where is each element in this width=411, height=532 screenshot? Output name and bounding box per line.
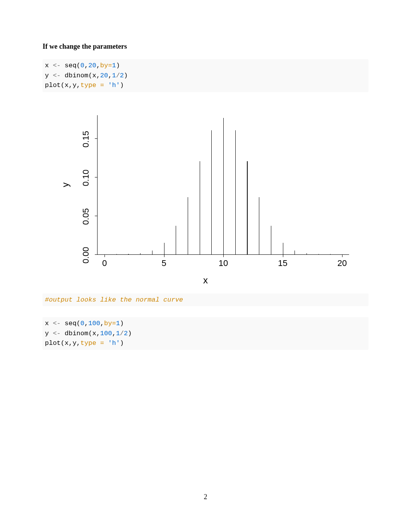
code-text: ,	[84, 320, 88, 327]
chart-bar	[271, 226, 271, 254]
x-tick-label: 15	[278, 258, 287, 268]
code-text: seq(	[61, 62, 80, 69]
x-tick-label: 20	[337, 258, 347, 268]
x-tick-label: 10	[219, 258, 228, 268]
code-text: seq(	[61, 320, 80, 327]
code-number: 1	[112, 62, 116, 69]
y-tick-label: 0.00	[81, 244, 91, 267]
code-text: )	[120, 339, 124, 347]
y-tick	[95, 254, 98, 255]
code-text: )	[124, 72, 128, 79]
code-operator: <-	[53, 320, 60, 327]
code-comment-block: #output looks like the normal curve	[43, 293, 368, 307]
section-heading: If we change the parameters	[43, 43, 368, 51]
code-number: 2	[124, 330, 128, 337]
code-number: 100	[88, 320, 100, 327]
code-text: ,	[108, 72, 112, 79]
code-string: 'h'	[108, 82, 120, 89]
code-text: ,	[96, 62, 100, 69]
code-number: 2	[120, 72, 124, 79]
code-operator: /	[116, 72, 120, 79]
code-text	[104, 339, 108, 347]
code-number: 20	[88, 62, 96, 69]
page-number: 2	[0, 493, 411, 501]
chart-bar	[152, 251, 152, 254]
code-number: 1	[112, 72, 116, 79]
x-tick-label: 0	[102, 258, 107, 268]
y-tick	[95, 138, 98, 139]
code-text: dbinom(x,	[61, 330, 100, 337]
code-text: x	[45, 62, 53, 69]
chart-bar	[235, 130, 236, 254]
code-argname: by=	[104, 320, 116, 327]
plot-area: 0.000.050.100.1505101520	[97, 115, 349, 255]
chart-bar	[211, 130, 212, 254]
code-operator: <-	[53, 330, 60, 337]
chart-bar	[259, 197, 259, 254]
y-tick-label: 0.05	[81, 205, 91, 228]
chart-bar	[140, 253, 140, 254]
code-string: 'h'	[108, 339, 120, 347]
code-number: 1	[116, 330, 120, 337]
code-text: )	[120, 320, 124, 327]
code-operator: <-	[53, 72, 60, 79]
y-tick	[95, 216, 98, 216]
document-page: If we change the parameters x <- seq(0,2…	[0, 0, 411, 350]
code-text: ,	[112, 330, 116, 337]
code-argname: type =	[80, 82, 104, 89]
code-comment: #output looks like the normal curve	[45, 296, 183, 304]
code-text: y	[45, 72, 53, 79]
x-tick-label: 5	[161, 258, 166, 268]
x-tick	[104, 254, 105, 257]
code-text: )	[120, 82, 124, 89]
code-text: )	[116, 62, 120, 69]
code-block-2: x <- seq(0,100,by=1) y <- dbinom(x,100,1…	[43, 317, 368, 350]
code-number: 1	[116, 320, 120, 327]
x-tick	[164, 254, 164, 257]
code-text: ,	[100, 320, 104, 327]
code-block-1: x <- seq(0,20,by=1) y <- dbinom(x,20,1/2…	[43, 59, 368, 92]
y-tick-label: 0.10	[81, 166, 91, 189]
code-text: y	[45, 330, 53, 337]
code-text	[104, 82, 108, 89]
x-tick	[342, 254, 342, 257]
x-tick	[223, 254, 224, 257]
code-number: 100	[100, 330, 112, 337]
code-text: plot(x,y,	[45, 339, 80, 347]
code-text: )	[128, 330, 132, 337]
chart-bar	[164, 243, 164, 254]
chart-bar	[188, 197, 188, 254]
chart-bar	[283, 243, 283, 254]
code-text: ,	[84, 62, 88, 69]
x-axis-label: x	[203, 275, 208, 286]
code-number: 20	[100, 72, 108, 79]
chart-bar	[247, 161, 247, 254]
code-number: 0	[80, 62, 84, 69]
code-text: x	[45, 320, 53, 327]
code-argname: type =	[80, 339, 104, 347]
code-text: dbinom(x,	[61, 72, 100, 79]
y-tick-label: 0.15	[81, 128, 91, 151]
y-axis-label: y	[60, 182, 71, 187]
code-text: plot(x,y,	[45, 82, 80, 89]
code-operator: /	[120, 330, 124, 337]
chart-bar	[176, 226, 176, 254]
code-operator: <-	[53, 62, 60, 69]
code-number: 0	[80, 320, 84, 327]
x-tick	[283, 254, 283, 257]
y-tick	[95, 177, 98, 177]
chart-bar	[295, 251, 295, 254]
chart-bar	[223, 118, 224, 254]
chart: y 0.000.050.100.1505101520 x	[62, 115, 349, 255]
code-argname: by=	[100, 62, 112, 69]
chart-bar	[200, 161, 200, 254]
chart-bar	[307, 253, 307, 254]
